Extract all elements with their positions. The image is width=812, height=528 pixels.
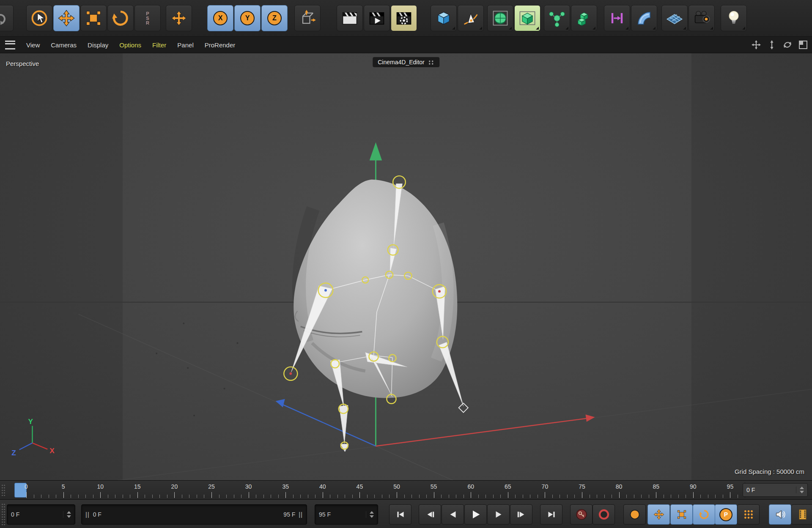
stepper-up-icon[interactable] xyxy=(370,511,374,514)
record-key-icon xyxy=(575,508,588,521)
mograph-button[interactable] xyxy=(544,5,570,31)
previous-frame-button[interactable] xyxy=(442,504,464,525)
kf-parameter-icon: P xyxy=(719,508,732,521)
toggle-view-icon[interactable] xyxy=(798,40,808,49)
range-end-group[interactable]: 95 F || xyxy=(283,511,303,518)
y-axis-arrow xyxy=(370,142,382,161)
keyframe-rotation-button[interactable] xyxy=(693,504,715,525)
ruler-frame-label: 80 xyxy=(616,483,623,490)
ruler-frame-field[interactable]: 0 F xyxy=(743,483,808,497)
generator-cube-icon xyxy=(518,9,537,27)
ruler-grip[interactable] xyxy=(1,484,5,496)
scale-tool[interactable] xyxy=(80,5,107,31)
live-selection-icon xyxy=(30,9,49,27)
keyframe-position-button[interactable] xyxy=(647,504,670,525)
menu-filter[interactable]: Filter xyxy=(147,41,172,49)
camera-rotate-icon[interactable] xyxy=(783,40,792,49)
live-selection-tool[interactable] xyxy=(26,5,52,31)
next-frame-button[interactable] xyxy=(487,504,510,525)
floor-button[interactable] xyxy=(661,5,688,31)
keyframe-pla-button[interactable] xyxy=(737,504,760,525)
ruler-frame-stepper[interactable] xyxy=(796,487,804,493)
volume-cubes-icon xyxy=(575,9,593,27)
menu-view[interactable]: View xyxy=(21,41,45,49)
stepper-down-icon[interactable] xyxy=(67,515,71,518)
range-end-handle[interactable]: || xyxy=(299,511,303,518)
range-start-handle[interactable]: || xyxy=(85,511,90,518)
menu-options[interactable]: Options xyxy=(114,41,147,49)
end-frame-field[interactable]: 95 F xyxy=(315,504,378,525)
lock-y-axis-button[interactable]: Y xyxy=(234,5,261,31)
autokey-button[interactable] xyxy=(593,504,615,525)
stepper-up-icon[interactable] xyxy=(800,487,804,489)
goto-end-button[interactable] xyxy=(540,504,562,525)
timeline-ruler[interactable]: 05101520253035404550556065707580859095 0… xyxy=(0,480,812,499)
safe-frame-right xyxy=(691,53,812,480)
ruler-frame-label: 65 xyxy=(505,483,511,490)
goto-start-button[interactable] xyxy=(389,504,411,525)
editor-title-dots-icon xyxy=(428,60,434,65)
view-label[interactable]: Perspective xyxy=(6,60,39,67)
keyframe-scale-button[interactable] xyxy=(670,504,693,525)
lock-x-axis-button[interactable]: X xyxy=(207,5,233,31)
render-view-icon xyxy=(340,9,359,27)
scene-points xyxy=(156,323,238,416)
render-view-button[interactable] xyxy=(337,5,363,31)
enable-axis-tool[interactable] xyxy=(166,5,192,31)
stepper-down-icon[interactable] xyxy=(370,515,374,518)
field-button[interactable] xyxy=(604,5,630,31)
lock-z-axis-button[interactable]: Z xyxy=(261,5,288,31)
psr-tool[interactable]: P S R xyxy=(134,5,161,31)
camera-pan-icon[interactable] xyxy=(752,40,761,49)
menu-prorender[interactable]: ProRender xyxy=(199,41,241,49)
rotate-tool[interactable] xyxy=(107,5,134,31)
menu-cameras[interactable]: Cameras xyxy=(45,41,82,49)
ruler-frame-label: 20 xyxy=(171,483,178,490)
render-picture-viewer-button[interactable] xyxy=(364,5,390,31)
pen-tool-button[interactable] xyxy=(458,5,484,31)
coordinate-system-button[interactable] xyxy=(294,5,321,31)
generator-button[interactable] xyxy=(514,5,540,31)
undo-button[interactable] xyxy=(0,5,14,31)
transport-grip[interactable] xyxy=(1,503,5,526)
volume-button[interactable] xyxy=(571,5,597,31)
kf-position-icon xyxy=(653,509,665,520)
add-cube-button[interactable] xyxy=(431,5,457,31)
simulation-button[interactable] xyxy=(631,5,657,31)
ruler-frame-label: 85 xyxy=(653,483,659,490)
current-frame-stepper[interactable] xyxy=(63,511,71,518)
menu-panel[interactable]: Panel xyxy=(172,41,199,49)
camera-button[interactable] xyxy=(689,5,715,31)
end-frame-stepper[interactable] xyxy=(366,511,374,518)
hand-effector[interactable] xyxy=(459,403,468,413)
perspective-viewport[interactable]: Y X Z Perspective Cinema4D_Editor Grid S… xyxy=(0,53,812,480)
ruler-frame-label: 25 xyxy=(208,483,215,490)
subdivision-surface-button[interactable] xyxy=(487,5,513,31)
move-tool[interactable] xyxy=(53,5,80,31)
gizmo-z-label: Z xyxy=(11,449,16,457)
play-button[interactable] xyxy=(464,504,487,525)
stepper-up-icon[interactable] xyxy=(67,511,71,514)
hamburger-menu-icon[interactable] xyxy=(5,41,15,49)
menu-display[interactable]: Display xyxy=(82,41,114,49)
filmstrip-button[interactable] xyxy=(791,504,812,525)
ruler-frame-label: 70 xyxy=(542,483,549,490)
keyframe-parameter-button[interactable]: P xyxy=(715,504,737,525)
record-keyframe-button[interactable] xyxy=(570,504,593,525)
range-start-group[interactable]: || 0 F xyxy=(85,511,102,518)
next-key-button[interactable] xyxy=(510,504,532,525)
sound-button[interactable] xyxy=(769,504,791,525)
preview-range-slider[interactable]: || 0 F 95 F || xyxy=(81,504,307,525)
keyframe-selection-record-button[interactable] xyxy=(623,504,646,525)
previous-key-button[interactable] xyxy=(419,504,441,525)
goto-end-icon xyxy=(546,509,557,520)
camera-zoom-icon[interactable] xyxy=(767,40,776,49)
stepper-down-icon[interactable] xyxy=(800,491,804,493)
editor-title-bar[interactable]: Cinema4D_Editor xyxy=(373,57,439,67)
editor-title: Cinema4D_Editor xyxy=(378,59,425,66)
light-button[interactable] xyxy=(721,5,747,31)
render-settings-button[interactable] xyxy=(391,5,417,31)
top-toolbar: P S R X Y Z xyxy=(0,0,812,37)
viewport-canvas[interactable]: Y X Z xyxy=(0,53,812,480)
current-frame-field[interactable]: 0 F xyxy=(7,504,75,525)
